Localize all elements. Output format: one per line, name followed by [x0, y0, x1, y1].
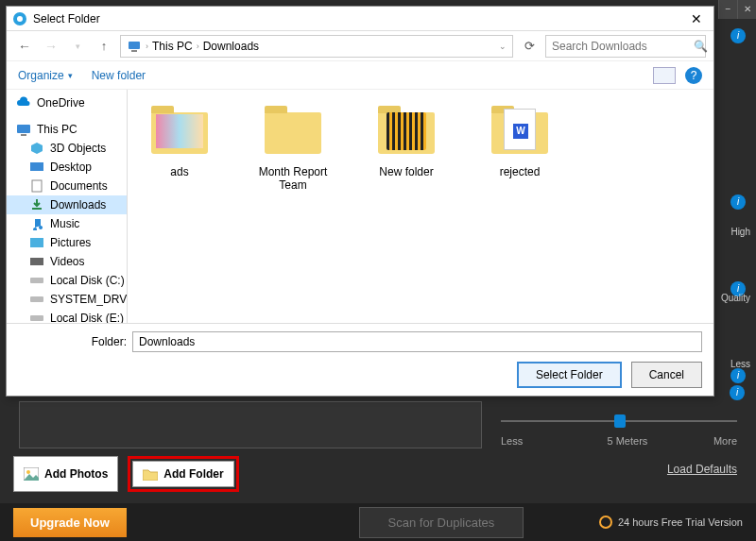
search-input[interactable] — [552, 40, 694, 53]
cube-icon — [29, 142, 44, 155]
desktop-icon — [29, 161, 44, 174]
folder-field-label: Folder: — [18, 335, 127, 348]
svg-point-3 — [17, 16, 23, 22]
svg-rect-13 — [30, 296, 43, 302]
folder-rejected[interactable]: W rejected — [477, 103, 562, 178]
trial-status: 24 hours Free Trial Version — [599, 516, 743, 529]
organize-menu[interactable]: Organize ▾ — [18, 69, 73, 82]
clock-icon — [599, 516, 612, 529]
tree-videos[interactable]: Videos — [7, 252, 127, 271]
add-folder-highlight: Add Folder — [128, 456, 238, 492]
select-folder-button[interactable]: Select Folder — [517, 362, 622, 388]
less-label: Less — [730, 359, 750, 369]
new-folder-button[interactable]: New folder — [92, 69, 146, 82]
folder-name-input[interactable] — [132, 331, 702, 352]
refresh-button[interactable]: ⟳ — [519, 39, 540, 53]
tree-3d-objects[interactable]: 3D Objects — [7, 139, 127, 158]
folder-new-folder[interactable]: New folder — [364, 103, 449, 178]
forward-button[interactable]: → — [41, 36, 61, 57]
breadcrumb[interactable]: › This PC › Downloads ⌄ — [120, 35, 513, 58]
document-icon — [29, 179, 44, 193]
folder-icon — [143, 467, 158, 481]
svg-rect-5 — [131, 50, 137, 52]
cancel-button[interactable]: Cancel — [631, 362, 702, 388]
disk-icon — [29, 293, 44, 306]
tree-pictures[interactable]: Pictures — [7, 233, 127, 252]
drop-area[interactable] — [19, 401, 482, 448]
tree-onedrive[interactable]: OneDrive — [7, 93, 127, 112]
tree-documents[interactable]: Documents — [7, 177, 127, 195]
music-icon — [29, 217, 44, 230]
photo-icon — [24, 467, 39, 481]
app-icon — [12, 11, 27, 26]
tree-disk-d[interactable]: SYSTEM_DRV (D — [7, 290, 127, 309]
minimize-button[interactable]: − — [718, 0, 737, 19]
tree-this-pc[interactable]: This PC — [7, 120, 127, 139]
tree-music[interactable]: Music — [7, 214, 127, 233]
tree-downloads[interactable]: Downloads — [7, 195, 127, 214]
svg-rect-9 — [32, 180, 42, 192]
svg-rect-10 — [30, 238, 43, 247]
recent-dropdown[interactable]: ▾ — [67, 36, 88, 57]
tree-disk-e[interactable]: Local Disk (E:) — [7, 309, 127, 323]
slider-thumb[interactable] — [614, 414, 626, 428]
download-icon — [29, 198, 44, 211]
folder-month-report[interactable]: Month Report Team — [250, 103, 335, 192]
svg-rect-11 — [30, 258, 43, 265]
videos-icon — [29, 255, 44, 268]
pc-icon — [127, 39, 142, 54]
up-button[interactable]: ↑ — [94, 36, 114, 57]
tree-disk-c[interactable]: Local Disk (C:) — [7, 271, 127, 290]
search-icon: 🔍 — [694, 40, 708, 53]
folder-ads[interactable]: ads — [137, 103, 222, 178]
tree-desktop[interactable]: Desktop — [7, 158, 127, 177]
folder-content[interactable]: ads Month Report Team New folder W rejec… — [128, 90, 713, 323]
pc-icon — [16, 123, 31, 136]
close-icon[interactable]: ✕ — [685, 11, 708, 26]
info-icon[interactable]: i — [730, 368, 746, 383]
svg-rect-6 — [17, 125, 30, 133]
svg-rect-7 — [21, 134, 26, 136]
disk-icon — [29, 312, 44, 323]
dialog-title: Select Folder — [33, 12, 685, 25]
select-folder-dialog: Select Folder ✕ ← → ▾ ↑ › This PC › Down… — [6, 6, 714, 397]
svg-rect-12 — [30, 278, 43, 283]
view-options-button[interactable] — [653, 67, 676, 84]
svg-rect-8 — [30, 162, 43, 171]
navigation-tree[interactable]: OneDrive This PC 3D Objects Desktop Docu… — [7, 90, 128, 323]
high-label: High — [730, 227, 750, 237]
search-box[interactable]: 🔍 — [545, 35, 706, 58]
quality-label: Quality — [721, 293, 750, 303]
back-button[interactable]: ← — [14, 36, 35, 57]
svg-rect-14 — [30, 315, 43, 321]
svg-point-1 — [26, 470, 30, 474]
footer: Upgrade Now Scan for Duplicates 24 hours… — [0, 503, 756, 541]
scan-button[interactable]: Scan for Duplicates — [359, 507, 524, 538]
upgrade-button[interactable]: Upgrade Now — [13, 508, 127, 537]
breadcrumb-dropdown[interactable]: ⌄ — [499, 42, 507, 51]
info-icon[interactable]: i — [730, 28, 746, 43]
svg-rect-4 — [129, 42, 140, 49]
distance-slider[interactable]: Less 5 Meters More — [501, 401, 737, 448]
disk-icon — [29, 274, 44, 287]
add-folder-button[interactable]: Add Folder — [132, 461, 233, 487]
info-icon[interactable]: i — [730, 194, 746, 210]
load-defaults-link[interactable]: Load Defaults — [667, 463, 737, 476]
add-photos-button[interactable]: Add Photos — [13, 456, 118, 492]
help-icon[interactable]: ? — [685, 67, 702, 84]
close-app-button[interactable]: ✕ — [737, 0, 756, 19]
pictures-icon — [29, 236, 44, 249]
info-icon[interactable]: i — [730, 385, 745, 400]
cloud-icon — [16, 96, 31, 110]
